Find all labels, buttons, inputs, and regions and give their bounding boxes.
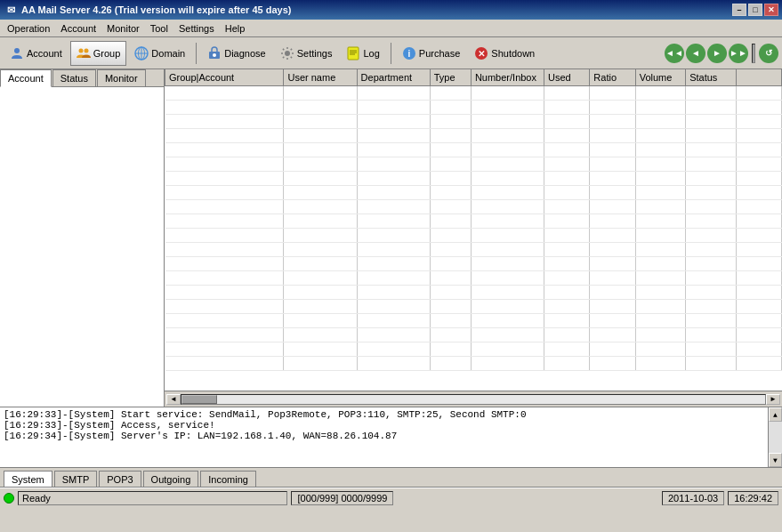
table-row[interactable] (165, 100, 782, 114)
tab-monitor[interactable]: Monitor (97, 69, 146, 86)
table-cell (471, 185, 544, 199)
table-cell (471, 199, 544, 214)
app-title: AA Mail Server 4.26 (Trial version will … (21, 4, 291, 15)
bottom-tab-system[interactable]: System (4, 471, 52, 487)
nav-last-button[interactable]: ►► (729, 44, 748, 63)
col-ratio: Ratio (590, 69, 635, 85)
table-row[interactable] (165, 185, 782, 199)
table-cell (590, 256, 635, 270)
table-row[interactable] (165, 199, 782, 214)
close-button[interactable]: ✕ (764, 4, 778, 16)
table-cell (544, 128, 590, 142)
scroll-track[interactable] (181, 394, 766, 405)
menu-tool[interactable]: Tool (145, 20, 173, 36)
account-icon (10, 46, 24, 60)
table-cell (471, 285, 544, 299)
group-button[interactable]: Group (70, 41, 127, 66)
domain-button[interactable]: Domain (128, 41, 191, 66)
tab-account[interactable]: Account (0, 69, 52, 87)
table-cell (430, 142, 471, 157)
table-row[interactable] (165, 242, 782, 256)
table-row[interactable] (165, 356, 782, 370)
table-cell (430, 214, 471, 228)
table-cell (471, 100, 544, 114)
bottom-tab-outgoing[interactable]: Outgoing (143, 471, 199, 487)
bottom-tab-smtp[interactable]: SMTP (54, 471, 98, 487)
tab-status[interactable]: Status (52, 69, 96, 86)
table-cell (284, 114, 357, 128)
bottom-tab-incoming[interactable]: Incoming (200, 471, 256, 487)
table-cell (357, 100, 430, 114)
table-row[interactable] (165, 313, 782, 327)
table-cell (165, 228, 284, 242)
table-row[interactable] (165, 342, 782, 356)
table-cell (165, 270, 284, 285)
table-cell (590, 270, 635, 285)
menu-operation[interactable]: Operation (2, 20, 55, 36)
shutdown-button[interactable]: ✕ Shutdown (468, 41, 541, 66)
purchase-button[interactable]: i Purchase (396, 41, 466, 66)
table-row[interactable] (165, 142, 782, 157)
group-label: Group (93, 48, 121, 59)
maximize-button[interactable]: □ (748, 4, 762, 16)
table-cell (686, 256, 736, 270)
minimize-button[interactable]: – (732, 4, 746, 16)
table-cell (736, 228, 781, 242)
table-row[interactable] (165, 228, 782, 242)
col-status: Status (686, 69, 736, 85)
table-cell (736, 185, 781, 199)
table-cell (357, 285, 430, 299)
log-scroll-down[interactable]: ▼ (769, 453, 782, 467)
table-cell (165, 342, 284, 356)
nav-next-button[interactable]: ► (707, 44, 727, 63)
menu-help[interactable]: Help (220, 20, 251, 36)
log-button[interactable]: Log (340, 41, 385, 66)
horizontal-scrollbar[interactable]: ◄ ► (165, 391, 782, 407)
svg-point-1 (78, 48, 83, 52)
svg-point-0 (14, 48, 20, 53)
nav-prev-button[interactable]: ◄ (686, 44, 705, 63)
log-scroll-up[interactable]: ▲ (769, 407, 782, 422)
scroll-left-button[interactable]: ◄ (166, 394, 181, 405)
menu-monitor[interactable]: Monitor (101, 20, 145, 36)
table-cell (284, 313, 357, 327)
menu-settings[interactable]: Settings (173, 20, 220, 36)
table-row[interactable] (165, 157, 782, 171)
log-entry: [16:29:33]-[System] Start service: SendM… (4, 409, 778, 420)
table-row[interactable] (165, 214, 782, 228)
table-cell (686, 214, 736, 228)
account-button[interactable]: Account (4, 41, 69, 66)
domain-icon (134, 46, 149, 60)
table-cell (544, 242, 590, 256)
scroll-right-button[interactable]: ► (766, 394, 780, 405)
table-row[interactable] (165, 128, 782, 142)
settings-button[interactable]: Settings (274, 41, 339, 66)
table-cell (357, 299, 430, 313)
table-row[interactable] (165, 171, 782, 185)
table-row[interactable] (165, 270, 782, 285)
log-scrollbar[interactable]: ▲ ▼ (768, 407, 782, 467)
nav-first-button[interactable]: ◄◄ (665, 44, 684, 63)
bottom-tab-pop3[interactable]: POP3 (99, 471, 141, 487)
table-row[interactable] (165, 85, 782, 100)
table-cell (635, 114, 685, 128)
table-cell (284, 356, 357, 370)
table-cell (357, 356, 430, 370)
table-cell (544, 313, 590, 327)
table-row[interactable] (165, 299, 782, 313)
refresh-button[interactable]: ↺ (759, 44, 778, 63)
table-cell (590, 242, 635, 256)
table-row[interactable] (165, 327, 782, 342)
table-container[interactable]: Group|Account User name Department Type … (165, 69, 782, 391)
table-cell (686, 185, 736, 199)
table-cell (590, 313, 635, 327)
menu-account[interactable]: Account (55, 20, 101, 36)
diagnose-button[interactable]: Diagnose (201, 41, 271, 66)
scroll-thumb[interactable] (181, 395, 217, 404)
log-label: Log (363, 48, 379, 59)
table-row[interactable] (165, 114, 782, 128)
log-scroll-track[interactable] (769, 422, 782, 453)
purchase-icon: i (402, 46, 416, 60)
table-row[interactable] (165, 256, 782, 270)
table-row[interactable] (165, 285, 782, 299)
